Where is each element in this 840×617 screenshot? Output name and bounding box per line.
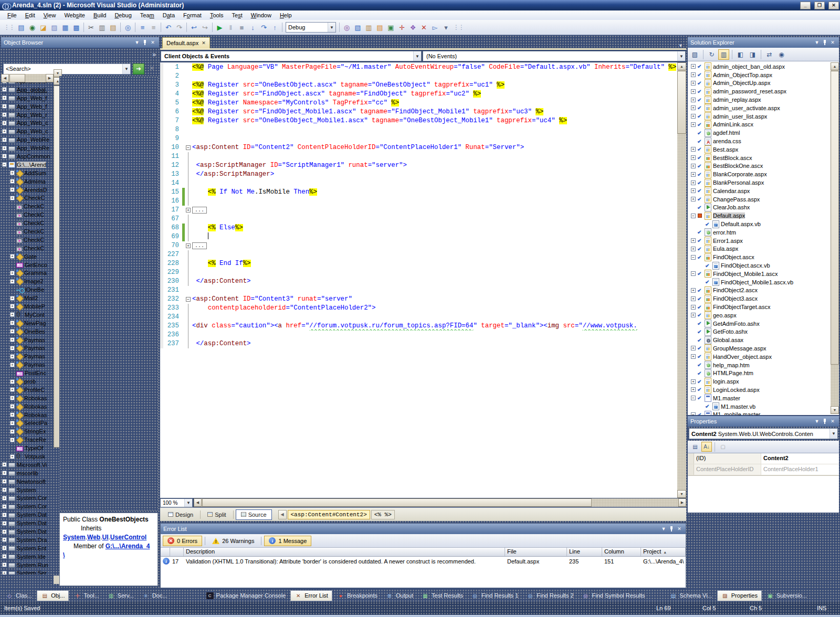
code-line[interactable]: 234 <box>160 313 677 322</box>
document-tab-default-aspx[interactable]: Default.aspx ✕ <box>162 37 210 48</box>
code-line[interactable]: 11 <box>160 152 677 161</box>
collapse-icon[interactable]: − <box>2 162 7 167</box>
objectbrowser-item[interactable]: TypeOf <box>1 444 54 452</box>
solution-item[interactable]: +✔HandOver_object.aspx <box>688 353 839 361</box>
objectbrowser-item[interactable]: +Paymas <box>1 336 54 344</box>
expand-icon[interactable]: + <box>691 155 696 160</box>
auto-hide-pin-icon[interactable] <box>822 418 828 424</box>
expand-icon[interactable]: + <box>2 537 7 542</box>
menu-website[interactable]: Website <box>60 12 89 19</box>
asp-net-configuration-icon[interactable]: ◉ <box>776 49 787 60</box>
solution-item[interactable]: +✔geo.aspx <box>688 311 839 320</box>
collapse-icon[interactable]: − <box>691 255 696 260</box>
expand-icon[interactable]: + <box>2 104 7 109</box>
undo-icon[interactable]: ↶ <box>163 22 174 33</box>
column-header-icon[interactable] <box>170 548 184 556</box>
scroll-up-icon[interactable]: ▲ <box>677 62 686 70</box>
expand-icon[interactable]: + <box>10 187 15 192</box>
window-position-icon[interactable]: ▼ <box>133 40 141 45</box>
navigate-backward-icon[interactable]: ↩ <box>188 22 200 33</box>
new-project-icon[interactable]: ▤ <box>16 22 27 33</box>
code-line[interactable]: 2 <box>160 72 677 81</box>
objectbrowser-item[interactable]: +MyCont <box>1 311 54 319</box>
collapse-icon[interactable]: − <box>691 412 696 415</box>
objectbrowser-item[interactable]: +mscorlib <box>1 469 54 477</box>
object-browser-window-icon[interactable]: ▤ <box>374 22 385 33</box>
menu-debug[interactable]: Debug <box>110 12 135 19</box>
code-line[interactable]: 15 <% If Not Me.IsMobile Then%> <box>160 188 677 197</box>
menu-file[interactable]: File <box>3 12 21 19</box>
objectbrowser-item[interactable]: +OneBes <box>1 327 54 336</box>
code-line[interactable]: 3<%@ Register src="OneBestObject.ascx" t… <box>160 81 677 90</box>
filter-errors-button[interactable]: ✕0 Errors <box>163 536 202 546</box>
objectbrowser-item[interactable]: CheckC <box>1 210 54 219</box>
search-go-button[interactable]: ➜ <box>133 63 144 75</box>
code-line[interactable]: 12 <asp:ScriptManager ID="ScriptManager1… <box>160 161 677 170</box>
step-out-icon[interactable]: ↑ <box>269 22 280 33</box>
expand-icon[interactable]: + <box>691 313 696 317</box>
objectbrowser-item[interactable]: +System.Dra <box>1 536 54 544</box>
solution-item[interactable]: +✔Admin_ObjectTop.aspx <box>688 71 839 79</box>
copy-icon[interactable]: ▥ <box>97 22 108 33</box>
collapse-region-icon[interactable]: − <box>186 297 191 302</box>
redo-icon[interactable]: ↷ <box>174 22 185 33</box>
objectbrowser-item[interactable]: +System.Ide <box>1 552 54 561</box>
expand-icon[interactable]: + <box>10 346 15 350</box>
objectbrowser-item[interactable]: IOneBe <box>1 285 54 294</box>
expand-icon[interactable]: + <box>2 95 7 100</box>
collapse-icon[interactable]: − <box>691 271 696 276</box>
error-list-window-icon[interactable]: ✕ <box>418 22 429 33</box>
solution-item[interactable]: ✔ClearJob.ashx <box>688 204 839 212</box>
nest-related-files-icon[interactable]: ▥ <box>718 49 729 60</box>
extension-manager-icon[interactable]: ❖ <box>407 22 418 33</box>
dock-tab-find-results[interactable]: ◎Find Results 2 <box>523 590 577 601</box>
breadcrumb-back-icon[interactable]: ◀ <box>278 510 287 519</box>
properties-window-icon[interactable]: ▧ <box>352 22 363 33</box>
close-panel-icon[interactable]: ✕ <box>829 419 836 424</box>
objectbrowser-item[interactable]: +App_WebRe <box>1 135 54 144</box>
zoom-level-dropdown[interactable]: 100 % ▼ <box>160 498 193 507</box>
dock-tab-server-explorer[interactable]: ▥Serv... <box>104 590 138 601</box>
comment-selection-icon[interactable]: ≡ <box>137 22 148 33</box>
search-input[interactable]: <Search> ▼ <box>3 63 131 75</box>
menu-build[interactable]: Build <box>89 12 110 19</box>
expand-icon[interactable]: + <box>2 146 7 151</box>
menu-help[interactable]: Help <box>276 12 296 19</box>
objectbrowser-item[interactable]: +App_WebRe <box>1 144 54 152</box>
expand-icon[interactable]: + <box>2 137 7 142</box>
types-dropdown[interactable]: Client Objects & Events ▼ <box>161 51 422 61</box>
column-header-Column[interactable]: Column <box>602 548 641 556</box>
expand-icon[interactable]: + <box>691 346 696 350</box>
solution-item[interactable]: ✔agdef.html <box>688 129 839 137</box>
expand-icon[interactable]: + <box>2 513 7 517</box>
code-line[interactable]: 4<%@ Register src="FindObject.ascx" tagn… <box>160 90 677 99</box>
dock-tab-output[interactable]: ≣Output <box>382 590 417 601</box>
expand-icon[interactable]: + <box>10 337 15 342</box>
solution-item[interactable]: +✔ChangePass.aspx <box>688 195 839 204</box>
project-link[interactable]: G:\...\Arenda_4 <box>106 542 150 550</box>
solution-item[interactable]: +✔GroupMessage.aspx <box>688 344 839 353</box>
expand-icon[interactable]: + <box>10 171 15 175</box>
expand-icon[interactable]: + <box>691 98 696 102</box>
editor-vertical-scrollbar[interactable]: ▲ ▼ <box>677 62 686 498</box>
expand-region-icon[interactable]: + <box>186 208 191 212</box>
objectbrowser-item[interactable]: +Paymas <box>1 344 54 353</box>
dock-tab-properties-tab[interactable]: ▨Properties <box>717 590 762 601</box>
dock-tab-console[interactable]: CPackage Manager Console <box>203 590 290 601</box>
objectbrowser-item[interactable]: CheckC <box>1 202 54 210</box>
step-over-icon[interactable]: ↷ <box>258 22 269 33</box>
objectbrowser-item[interactable]: +System <box>1 486 54 494</box>
code-line[interactable]: 232−<asp:Content ID="Content3" runat="se… <box>160 295 677 304</box>
code-line[interactable]: 229 <box>160 268 677 277</box>
menu-format[interactable]: Format <box>179 12 206 19</box>
open-website-icon[interactable]: ◉ <box>27 22 38 33</box>
code-line[interactable]: 10−<asp:Content ID="Content2" ContentPla… <box>160 143 677 152</box>
objectbrowser-item[interactable]: +Robokas <box>1 394 54 402</box>
type-link[interactable]: UserControl <box>110 534 146 541</box>
objectbrowser-item[interactable]: +App_Web_f <box>1 94 54 102</box>
solution-item[interactable]: +✔Best.aspx <box>688 145 839 154</box>
dock-tab-find-results[interactable]: ◎Find Results 1 <box>468 590 522 601</box>
solution-item[interactable]: ✔GetAdmFoto.ashx <box>688 320 839 328</box>
collapse-icon[interactable]: − <box>691 396 696 400</box>
dock-tab-object-browser[interactable]: ▤Obj... <box>37 590 69 601</box>
